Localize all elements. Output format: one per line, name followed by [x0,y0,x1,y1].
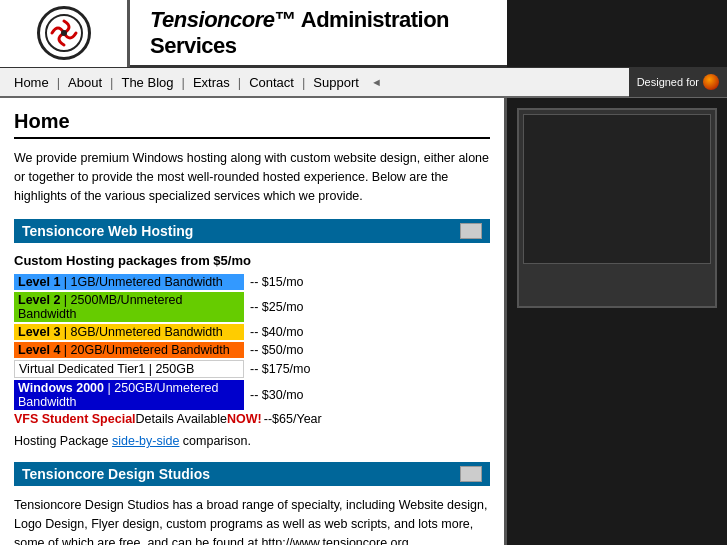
comparison-text: Hosting Package side-by-side comparison. [14,434,490,448]
nav-support[interactable]: Support [307,75,365,90]
pkg-label-3: Level 3 | 8GB/Unmetered Bandwidth [14,324,244,340]
hosting-section-header: Tensioncore Web Hosting [14,219,490,243]
vfs-details: Details Available [136,412,228,426]
firefox-icon [703,74,719,90]
hosting-section-title: Tensioncore Web Hosting [22,223,193,239]
design-section-title: Tensioncore Design Studios [22,466,210,482]
pkg-price-4: -- $50/mo [250,343,304,357]
pkg-label-1: Level 1 | 1GB/Unmetered Bandwidth [14,274,244,290]
page-header: Tensioncore™ Administration Services [0,0,727,68]
design-paragraph: Tensioncore Design Studios has a broad r… [14,496,490,545]
nav-home[interactable]: Home [8,75,55,90]
comparison-prefix: Hosting Package [14,434,112,448]
nav-links: Home | About | The Blog | Extras | Conta… [0,75,629,90]
nav-contact[interactable]: Contact [243,75,300,90]
navbar: Home | About | The Blog | Extras | Conta… [0,68,727,98]
comparison-link[interactable]: side-by-side [112,434,179,448]
svg-point-1 [61,30,67,36]
pkg-label-vdt: Virtual Dedicated Tier1 | 250GB [14,360,244,378]
right-sidebar [507,98,727,545]
nav-sep-3: | [180,75,187,90]
nav-sep-4: | [236,75,243,90]
logo-icon [37,6,91,60]
brand-name: Tensioncore [150,7,275,32]
nav-sep-5: | [300,75,307,90]
pkg-price-1: -- $15/mo [250,275,304,289]
pkg-price-vdt: -- $175/mo [250,362,310,376]
vfs-price: --$65/Year [264,412,322,426]
nav-extras[interactable]: Extras [187,75,236,90]
nav-arrow: ◄ [371,76,382,88]
main-content: Home We provide premium Windows hosting … [0,98,507,545]
vfs-now-label: NOW! [227,412,262,426]
package-row-vdt: Virtual Dedicated Tier1 | 250GB -- $175/… [14,360,490,378]
package-row-1: Level 1 | 1GB/Unmetered Bandwidth -- $15… [14,274,490,290]
package-row-3: Level 3 | 8GB/Unmetered Bandwidth -- $40… [14,324,490,340]
hosting-subtitle: Custom Hosting packages from $5/mo [14,253,490,268]
pkg-price-2: -- $25/mo [250,300,304,314]
sidebar-inner [517,108,717,308]
header-right-panel [507,0,727,67]
pkg-price-win2k: -- $30/mo [250,388,304,402]
nav-sep-2: | [108,75,115,90]
main-layout: Home We provide premium Windows hosting … [0,98,727,545]
trademark: ™ [275,7,297,32]
intro-paragraph: We provide premium Windows hosting along… [14,149,490,205]
site-title: Tensioncore™ Administration Services [130,7,507,59]
sidebar-inner-box [523,114,711,264]
design-text-content: Tensioncore Design Studios has a broad r… [14,498,487,545]
package-row-4: Level 4 | 20GB/Unmetered Bandwidth -- $5… [14,342,490,358]
comparison-suffix: comparison. [179,434,251,448]
logo-box [0,0,130,67]
page-title: Home [14,110,490,133]
pkg-label-win2k: Windows 2000 | 250GB/Unmetered Bandwidth [14,380,244,410]
designed-for-label: Designed for [637,76,699,88]
pkg-label-4: Level 4 | 20GB/Unmetered Bandwidth [14,342,244,358]
package-row-2: Level 2 | 2500MB/Unmetered Bandwidth -- … [14,292,490,322]
nav-sep-1: | [55,75,62,90]
nav-about[interactable]: About [62,75,108,90]
pkg-price-3: -- $40/mo [250,325,304,339]
pkg-label-2: Level 2 | 2500MB/Unmetered Bandwidth [14,292,244,322]
heading-divider [14,137,490,139]
vfs-special-row: VFS Student Special Details Available NO… [14,412,490,426]
package-row-win2k: Windows 2000 | 250GB/Unmetered Bandwidth… [14,380,490,410]
vfs-special-label: VFS Student Special [14,412,136,426]
nav-blog[interactable]: The Blog [115,75,179,90]
design-section-header: Tensioncore Design Studios [14,462,490,486]
designed-for-badge: Designed for [629,67,727,97]
